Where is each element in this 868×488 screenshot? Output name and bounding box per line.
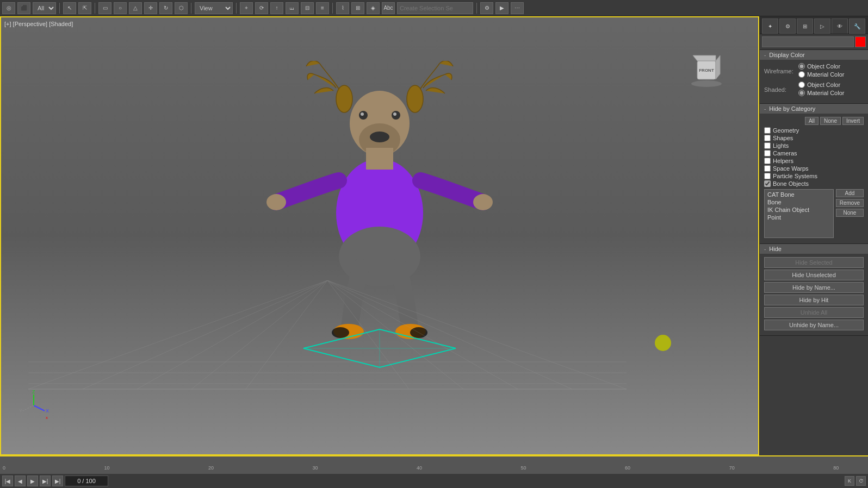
render-setup-btn[interactable]: ⚙ <box>480 2 493 14</box>
go-start-btn[interactable]: |◀ <box>2 476 13 486</box>
hide-by-hit-button[interactable]: Hide by Hit <box>764 295 864 305</box>
wireframe-material-color-label: Material Color <box>807 71 844 78</box>
hide-by-name-button[interactable]: Hide by Name... <box>764 282 864 293</box>
circle-select-btn[interactable]: ○ <box>114 2 127 14</box>
none-button[interactable]: None <box>820 117 841 125</box>
cameras-checkbox[interactable] <box>764 150 771 157</box>
tab-display[interactable]: 👁 <box>832 18 848 34</box>
viewport[interactable]: [+] [Perspective] [Shaded] FRONT <box>0 16 759 455</box>
list-item-bone[interactable]: Bone <box>766 198 832 206</box>
hide-selected-button[interactable]: Hide Selected <box>764 257 864 268</box>
display-color-content: Wireframe: Object Color Material Color <box>760 60 868 103</box>
category-bone-objects: Bone Objects <box>764 180 864 187</box>
render-btn[interactable]: ▶ <box>495 2 509 14</box>
hide-header[interactable]: - Hide <box>760 244 868 254</box>
wireframe-object-color-radio[interactable] <box>798 63 805 70</box>
hide-content: Hide Selected Hide Unselected Hide by Na… <box>760 254 868 335</box>
sep3 <box>191 3 191 14</box>
tab-utilities[interactable]: 🔧 <box>849 18 865 34</box>
category-helpers: Helpers <box>764 158 864 164</box>
wireframe-material-color-radio[interactable] <box>798 71 805 78</box>
particle-systems-checkbox[interactable] <box>764 173 771 179</box>
view-select[interactable]: View <box>195 2 233 14</box>
tab-modify[interactable]: ⚙ <box>779 18 796 34</box>
svg-text:Y: Y <box>19 408 22 414</box>
shaded-options: Object Color Material Color <box>798 82 844 98</box>
mirror-btn[interactable]: ⧢ <box>286 2 299 14</box>
list-item-point[interactable]: Point <box>766 214 832 221</box>
category-shapes: Shapes <box>764 135 864 141</box>
selection-set-input[interactable] <box>397 2 473 14</box>
select-move-btn[interactable]: ⇱ <box>78 2 91 14</box>
bone-objects-checkbox[interactable] <box>764 180 771 187</box>
toolbar-icon-2[interactable]: ⬛ <box>17 2 30 14</box>
material-btn[interactable]: ◈ <box>367 2 380 14</box>
tab-hierarchy[interactable]: ⊞ <box>797 18 813 34</box>
shaded-material-color-row: Material Color <box>798 90 844 96</box>
space-warps-label: Space Warps <box>773 165 809 172</box>
more-btn[interactable]: ⋯ <box>511 2 524 14</box>
next-frame-btn[interactable]: ▶| <box>40 476 51 486</box>
prev-frame-btn[interactable]: ◀ <box>15 476 26 486</box>
sep2 <box>95 3 95 14</box>
list-item-cat-bone[interactable]: CAT Bone <box>766 191 832 198</box>
helpers-checkbox[interactable] <box>764 158 771 164</box>
category-buttons-row: All None Invert <box>764 117 864 125</box>
panel-tabs: ✦ ⚙ ⊞ ▷ 👁 🔧 <box>760 16 868 34</box>
lights-checkbox[interactable] <box>764 142 771 149</box>
svg-line-41 <box>23 405 34 411</box>
key-mode-btn[interactable]: K <box>845 476 854 486</box>
align-btn[interactable]: ⊟ <box>301 2 314 14</box>
space-warps-checkbox[interactable] <box>764 165 771 172</box>
search-box <box>760 34 868 50</box>
timeline-scrubber[interactable]: // Create tick marks inline 0 10 20 30 4… <box>0 456 868 474</box>
shaded-material-color-radio[interactable] <box>798 90 805 96</box>
snap-toggle-btn[interactable]: ↑ <box>270 2 283 14</box>
tick-70: 70 <box>729 465 735 471</box>
svg-marker-3 <box>716 55 720 79</box>
lights-label: Lights <box>773 142 789 149</box>
select-btn[interactable]: ↖ <box>63 2 76 14</box>
color-swatch[interactable] <box>855 36 866 47</box>
play-btn[interactable]: ▶ <box>27 476 38 486</box>
scale-btn[interactable]: ⬡ <box>175 2 188 14</box>
shaded-object-color-radio[interactable] <box>798 82 805 88</box>
graph-btn[interactable]: ⌇ <box>336 2 349 14</box>
hide-by-category-header[interactable]: - Hide by Category <box>760 104 868 114</box>
layer-btn[interactable]: ≡ <box>316 2 329 14</box>
select-filter[interactable]: All <box>33 2 56 14</box>
time-config-btn[interactable]: ⏱ <box>856 476 866 486</box>
shaded-material-color-label: Material Color <box>807 90 844 96</box>
tab-motion[interactable]: ▷ <box>814 18 830 34</box>
unhide-by-name-button[interactable]: Unhide by Name... <box>764 320 864 330</box>
text-btn[interactable]: Abc <box>382 2 395 14</box>
fence-select-btn[interactable]: △ <box>129 2 142 14</box>
schematic-btn[interactable]: ⊞ <box>351 2 364 14</box>
move-btn[interactable]: ✛ <box>144 2 157 14</box>
none-list-button[interactable]: None <box>836 209 864 217</box>
toolbar: ◎ ⬛ All ↖ ⇱ ▭ ○ △ ✛ ↻ ⬡ View + ⟳ ↑ ⧢ ⊟ ≡… <box>0 0 868 16</box>
search-input[interactable] <box>762 36 854 47</box>
list-item-ik-chain[interactable]: IK Chain Object <box>766 206 832 214</box>
shaded-object-color-row: Object Color <box>798 82 844 88</box>
add-button[interactable]: Add <box>836 189 864 197</box>
angle-snap-btn[interactable]: ⟳ <box>255 2 268 14</box>
tab-create[interactable]: ✦ <box>762 18 778 34</box>
shapes-checkbox[interactable] <box>764 135 771 141</box>
unhide-all-button[interactable]: Unhide All <box>764 307 864 318</box>
rect-select-btn[interactable]: ▭ <box>98 2 111 14</box>
toolbar-icon-1[interactable]: ◎ <box>2 2 15 14</box>
geometry-checkbox[interactable] <box>764 127 771 134</box>
remove-button[interactable]: Remove <box>836 199 864 207</box>
rotate-btn[interactable]: ↻ <box>159 2 172 14</box>
invert-button[interactable]: Invert <box>842 117 864 125</box>
go-end-btn[interactable]: ▶| <box>52 476 63 486</box>
category-lights: Lights <box>764 142 864 149</box>
snap-btn[interactable]: + <box>240 2 253 14</box>
all-button[interactable]: All <box>805 117 819 125</box>
bone-objects-list[interactable]: CAT Bone Bone IK Chain Object Point <box>764 189 834 238</box>
hide-unselected-button[interactable]: Hide Unselected <box>764 270 864 280</box>
category-cameras: Cameras <box>764 150 864 157</box>
category-particle-systems: Particle Systems <box>764 173 864 179</box>
display-color-header[interactable]: - Display Color <box>760 50 868 60</box>
